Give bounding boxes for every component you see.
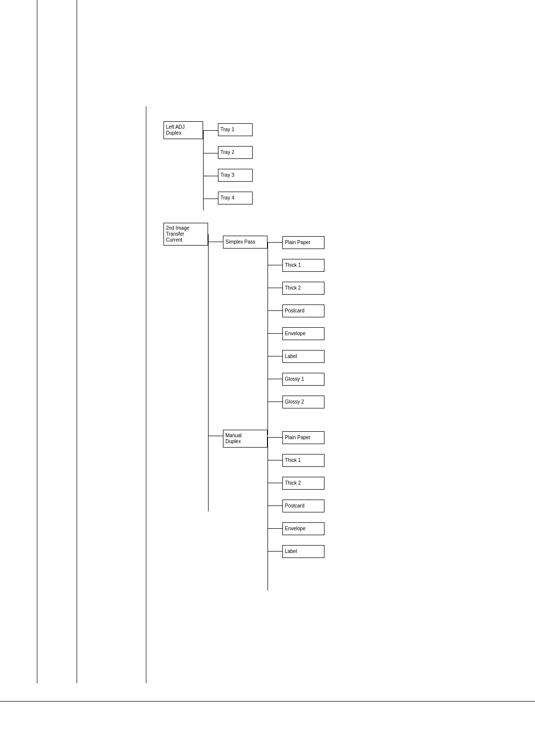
simplex-pass-box: Simplex Pass: [223, 236, 268, 249]
manual-label-box: Label: [282, 545, 324, 558]
simplex-glossy2-label: Glossy 2: [285, 399, 304, 405]
simplex-thick1-box: Thick 1: [282, 259, 324, 272]
simplex-envelope-box: Envelope: [282, 327, 324, 340]
tray3-box: Tray 3: [218, 169, 253, 182]
footer: [Admin Settings] 3-37: [0, 701, 535, 706]
tray1-box: Tray 1: [218, 123, 253, 136]
tray2-label: Tray 2: [220, 150, 234, 155]
tray2-box: Tray 2: [218, 146, 253, 159]
tray4-label: Tray 4: [220, 195, 234, 201]
simplex-postcard-label: Postcard: [285, 308, 304, 314]
second-image-transfer-label: 2nd ImageTransferCurrent: [166, 225, 189, 243]
tray4-box: Tray 4: [218, 192, 253, 204]
manual-thick1-label: Thick 1: [285, 457, 301, 463]
manual-postcard-label: Postcard: [285, 503, 304, 509]
simplex-glossy1-label: Glossy 1: [285, 376, 304, 382]
left-adj-duplex-label: Left ADJDuplex: [166, 124, 185, 136]
simplex-label-box: Label: [282, 350, 324, 363]
tray3-label: Tray 3: [220, 172, 234, 178]
simplex-glossy2-box: Glossy 2: [282, 396, 324, 408]
manual-plain-paper-box: Plain Paper: [282, 431, 324, 444]
simplex-envelope-label: Envelope: [285, 331, 306, 337]
simplex-plain-paper-label: Plain Paper: [285, 240, 311, 246]
simplex-thick2-label: Thick 2: [285, 285, 301, 291]
manual-thick1-box: Thick 1: [282, 454, 324, 467]
simplex-thick2-box: Thick 2: [282, 282, 324, 295]
manual-thick2-label: Thick 2: [285, 480, 301, 486]
manual-envelope-box: Envelope: [282, 522, 324, 535]
simplex-postcard-box: Postcard: [282, 304, 324, 317]
manual-label-label: Label: [285, 549, 297, 554]
left-adj-duplex-box: Left ADJDuplex: [163, 121, 203, 139]
simplex-glossy1-box: Glossy 1: [282, 373, 324, 386]
simplex-thick1-label: Thick 1: [285, 262, 301, 268]
manual-postcard-box: Postcard: [282, 500, 324, 512]
simplex-pass-label: Simplex Pass: [225, 239, 256, 245]
manual-envelope-label: Envelope: [285, 526, 306, 532]
manual-duplex-box: ManualDuplex: [223, 430, 268, 448]
manual-thick2-box: Thick 2: [282, 477, 324, 490]
simplex-label-label: Label: [285, 353, 297, 359]
tray1-label: Tray 1: [220, 127, 234, 133]
manual-duplex-label: ManualDuplex: [225, 433, 242, 445]
second-image-transfer-box: 2nd ImageTransferCurrent: [163, 223, 208, 246]
manual-plain-paper-label: Plain Paper: [285, 435, 311, 441]
simplex-plain-paper-box: Plain Paper: [282, 236, 324, 249]
